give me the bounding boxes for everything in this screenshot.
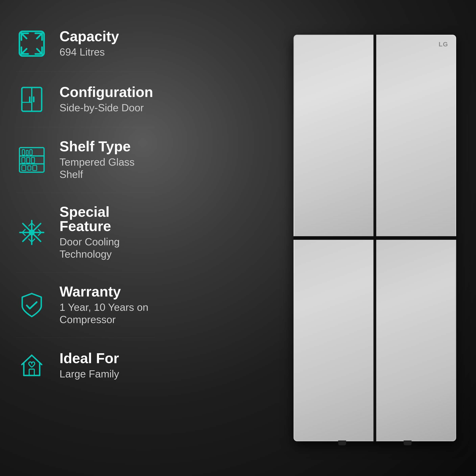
warranty-value: 1 Year, 10 Years on Compressor — [60, 301, 155, 326]
shelf-text: Shelf Type Tempered Glass Shelf — [60, 139, 155, 181]
configuration-text: Configuration Side-by-Side Door — [60, 85, 153, 114]
feature-capacity: Capacity 694 Litres — [16, 16, 155, 72]
svg-rect-13 — [22, 150, 25, 155]
shelf-title: Shelf Type — [60, 139, 155, 153]
capacity-text: Capacity 694 Litres — [60, 29, 119, 58]
warranty-text: Warranty 1 Year, 10 Years on Compressor — [60, 284, 155, 326]
feature-ideal: Ideal For Large Family — [16, 338, 155, 393]
special-text: Special Feature Door Cooling Technology — [60, 205, 155, 260]
svg-rect-14 — [26, 150, 28, 155]
svg-rect-18 — [31, 157, 34, 163]
ideal-value: Large Family — [60, 368, 119, 380]
ideal-title: Ideal For — [60, 351, 119, 365]
foot-right — [404, 441, 411, 445]
product-image-panel: LG — [286, 20, 464, 456]
features-panel: Capacity 694 Litres — [16, 16, 155, 393]
special-value: Door Cooling Technology — [60, 236, 155, 260]
door-top-right — [376, 35, 455, 236]
configuration-icon — [16, 84, 48, 115]
fridge-image: LG — [293, 35, 456, 441]
warranty-icon — [16, 289, 48, 321]
ideal-text: Ideal For Large Family — [60, 351, 119, 380]
special-title: Special Feature — [60, 205, 155, 233]
door-top-left — [294, 35, 374, 236]
door-bottom-right — [376, 240, 455, 441]
fridge-body: LG — [293, 35, 456, 441]
configuration-value: Side-by-Side Door — [60, 102, 153, 114]
door-bottom-left — [294, 240, 374, 441]
configuration-title: Configuration — [60, 85, 153, 99]
svg-rect-8 — [33, 96, 34, 102]
feature-configuration: Configuration Side-by-Side Door — [16, 72, 155, 127]
shelf-value: Tempered Glass Shelf — [60, 156, 155, 181]
fridge-horizontal-divider — [293, 236, 456, 240]
svg-rect-15 — [30, 150, 32, 155]
foot-left — [338, 441, 346, 445]
svg-rect-20 — [28, 166, 31, 170]
svg-rect-16 — [22, 157, 25, 163]
capacity-value: 694 Litres — [60, 46, 119, 58]
capacity-icon — [16, 28, 48, 60]
svg-rect-19 — [22, 165, 26, 170]
svg-rect-35 — [29, 369, 34, 375]
shelf-icon — [16, 144, 48, 176]
feature-warranty: Warranty 1 Year, 10 Years on Compressor — [16, 272, 155, 338]
svg-rect-17 — [27, 157, 30, 163]
svg-rect-7 — [29, 96, 31, 102]
capacity-title: Capacity — [60, 29, 119, 43]
brand-logo: LG — [439, 41, 448, 48]
ideal-icon — [16, 350, 48, 381]
feature-special: Special Feature Door Cooling Technology — [16, 193, 155, 272]
feature-shelf: Shelf Type Tempered Glass Shelf — [16, 127, 155, 193]
page-background: Capacity 694 Litres — [0, 0, 476, 476]
snowflake-icon — [16, 217, 48, 248]
svg-rect-21 — [33, 165, 37, 170]
warranty-title: Warranty — [60, 284, 155, 299]
